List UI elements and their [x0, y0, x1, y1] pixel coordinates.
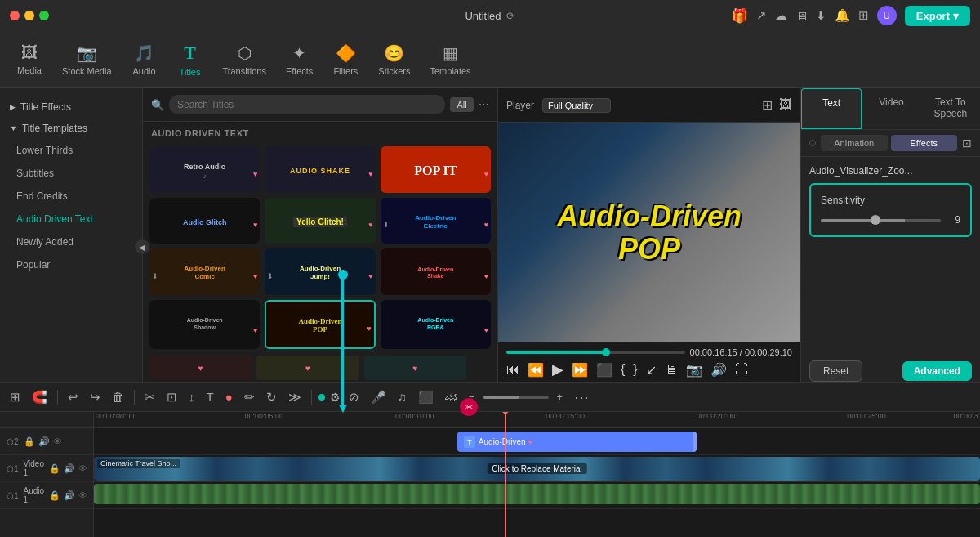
collapse-panel-button[interactable]: ◀ — [135, 239, 149, 254]
speed-button[interactable]: 🏎 — [442, 387, 461, 406]
lock-icon[interactable]: 🔒 — [24, 436, 35, 447]
microphone-button[interactable]: 🎤 — [368, 387, 390, 407]
zoom-slider-track[interactable] — [483, 396, 549, 399]
sidebar-item-newly-added[interactable]: Newly Added — [0, 230, 142, 253]
toolbar-filters[interactable]: 🔶 Filters — [324, 37, 367, 83]
zoom-out-button[interactable]: − — [466, 388, 479, 405]
volume-icon[interactable]: 🔊 — [64, 490, 75, 501]
more-options-button[interactable]: ··· — [479, 97, 489, 112]
toolbar-stock-media[interactable]: 📷 Stock Media — [54, 37, 120, 83]
sensitivity-slider[interactable] — [821, 219, 941, 222]
tile-audio-driven-comic[interactable]: Audio-DrivenComic ♥ ⬇ Audio-Driven C... — [149, 248, 260, 295]
tile-audio-bounce-04[interactable]: Retro Audio ♪ ♥ Audio Bounce 04 — [149, 146, 260, 193]
volume-button[interactable]: 🔊 — [710, 362, 727, 378]
search-input[interactable] — [169, 95, 445, 114]
tab-video[interactable]: Video — [862, 88, 920, 129]
tab-text-to-speech[interactable]: Text To Speech — [921, 88, 980, 129]
progress-bar[interactable] — [506, 351, 685, 354]
snapshot-button[interactable]: 📷 — [686, 362, 702, 378]
toolbar-transitions[interactable]: ⬡ Transitions — [215, 37, 274, 83]
monitor-icon[interactable]: 🖥 — [795, 9, 808, 23]
title-templates-header[interactable]: ▼ Title Templates — [0, 118, 142, 139]
audio-clip[interactable] — [94, 484, 980, 504]
layout-icon[interactable]: ⊡ — [962, 136, 972, 150]
undo-button[interactable]: ↩ — [65, 387, 82, 407]
toolbar-stickers[interactable]: 😊 Stickers — [370, 37, 418, 83]
sidebar-item-lower-thirds[interactable]: Lower Thirds — [0, 139, 142, 162]
grid-view-icon[interactable]: ⊞ — [762, 97, 773, 113]
mark-out-button[interactable]: } — [633, 362, 637, 377]
eye-icon[interactable]: 👁 — [53, 436, 62, 447]
cut-button[interactable]: ✂ — [141, 387, 158, 407]
subtitle-button[interactable]: ⬛ — [415, 387, 437, 407]
tile-audio-driven-jump[interactable]: Audio-DrivenJump! ♥ ⬇ Audio Driven J... — [265, 248, 375, 295]
tile-audio-bounce-01[interactable]: Audio Glitch ♥ Audio Bounce 01 — [149, 198, 260, 244]
grid-icon[interactable]: ⊞ — [858, 8, 869, 23]
cloud-icon[interactable]: ☁ — [775, 8, 787, 23]
tile-audio-bounce-03[interactable]: Yello Glitch! ♥ Audio Bounce 03 — [265, 198, 375, 244]
lock-icon[interactable]: 🔒 — [49, 463, 60, 474]
gift-icon[interactable]: 🎁 — [731, 7, 748, 25]
tile-audio-driven-pop[interactable]: Audio-DrivenPOP ♥ Audio Driven P... — [265, 300, 375, 350]
tile-audio-driven-shadow[interactable]: Audio-DrivenShadow ♥ Audio-Driven S... — [149, 300, 260, 350]
delete-button[interactable]: 🗑 — [109, 387, 127, 406]
timeline-more-button[interactable]: ⋯ — [574, 388, 589, 406]
tile-audio-driven-el[interactable]: Audio-DrivenElectric ♥ ⬇ Audio Driven El… — [381, 198, 491, 244]
advanced-button[interactable]: Advanced — [902, 361, 972, 381]
bell-icon[interactable]: 🔔 — [835, 8, 850, 23]
toolbar-titles[interactable]: T Titles — [169, 36, 212, 83]
mark-button[interactable]: ● — [222, 387, 236, 406]
subtab-animation[interactable]: Animation — [821, 135, 888, 151]
play-button[interactable]: ▶ — [552, 360, 564, 378]
quality-select[interactable]: Full Quality 1080p 720p — [542, 98, 611, 113]
tab-text[interactable]: Text — [801, 88, 862, 129]
loop-button[interactable]: ↻ — [263, 387, 280, 407]
extra-tile[interactable]: ♥ — [256, 356, 359, 380]
mark-in-button[interactable]: { — [621, 362, 625, 377]
lock-icon[interactable]: 🔒 — [49, 490, 60, 501]
toolbar-media[interactable]: 🖼 Media — [8, 37, 51, 82]
image-icon[interactable]: 🖼 — [779, 97, 792, 113]
monitor-button[interactable]: 🖥 — [665, 362, 678, 377]
download-icon[interactable]: ⬇ — [816, 8, 826, 23]
timeline-split-clip-button[interactable]: ⊘ — [345, 387, 363, 407]
filter-all-button[interactable]: All — [450, 97, 473, 112]
volume-icon[interactable]: 🔊 — [38, 436, 50, 447]
crop-button[interactable]: ⊡ — [163, 387, 180, 407]
tile-audio-bounce-02[interactable]: AUDIO SHAKE ♥ Audio Bounce 02 — [265, 146, 375, 193]
volume-icon[interactable]: 🔊 — [64, 463, 75, 474]
toolbar-audio[interactable]: 🎵 Audio — [123, 37, 166, 83]
avatar[interactable]: U — [877, 6, 897, 25]
toolbar-templates[interactable]: ▦ Templates — [421, 37, 479, 83]
tile-audio-bounce-05[interactable]: POP IT ♥ Audio Bounce 05 — [381, 146, 491, 193]
reset-button[interactable]: Reset — [809, 360, 862, 382]
share-icon[interactable]: ↗ — [756, 8, 767, 23]
music-button[interactable]: ♫ — [394, 387, 410, 406]
extra-tile[interactable]: ♥ — [149, 356, 252, 380]
zoom-in-button[interactable]: + — [554, 388, 567, 405]
stop-button[interactable]: ⬛ — [596, 362, 612, 378]
eye-icon[interactable]: 👁 — [78, 463, 87, 474]
tile-audio-driven-rgb[interactable]: Audio-DrivenRGB& ♥ Audio Driven R... — [381, 300, 491, 350]
timeline-grid-button[interactable]: ⊞ — [7, 387, 24, 407]
subtab-effects[interactable]: Effects — [891, 135, 958, 151]
video-clip-replace-label[interactable]: Click to Replace Material — [487, 463, 587, 474]
quality-selector[interactable]: Full Quality 1080p 720p — [542, 98, 611, 113]
more-tools-button[interactable]: ≫ — [285, 387, 305, 407]
sidebar-item-subtitles[interactable]: Subtitles — [0, 162, 142, 185]
toolbar-effects[interactable]: ✦ Effects — [278, 37, 321, 83]
insert-button[interactable]: ↙ — [646, 362, 657, 378]
settings-icon[interactable]: ⚙ — [330, 391, 341, 404]
skip-back-button[interactable]: ⏮ — [506, 362, 519, 377]
video-clip[interactable]: Click to Replace Material Cinematic Trav… — [94, 457, 980, 481]
title-effects-header[interactable]: ▶ Title Effects — [0, 96, 142, 118]
split-button[interactable]: ↕ — [185, 387, 198, 406]
close-button[interactable] — [10, 11, 20, 20]
minimize-button[interactable] — [24, 11, 34, 20]
timeline-magnet-button[interactable]: 🧲 — [29, 387, 51, 407]
tile-audio-driven-shake[interactable]: Audio-DrivenShake ♥ Audio-Driven S... — [381, 248, 491, 295]
step-forward-button[interactable]: ⏩ — [572, 362, 588, 378]
title-clip[interactable]: T Audio-Driven ♥ — [457, 432, 697, 452]
export-button[interactable]: Export ▾ — [905, 6, 970, 26]
redo-button[interactable]: ↪ — [87, 387, 104, 407]
